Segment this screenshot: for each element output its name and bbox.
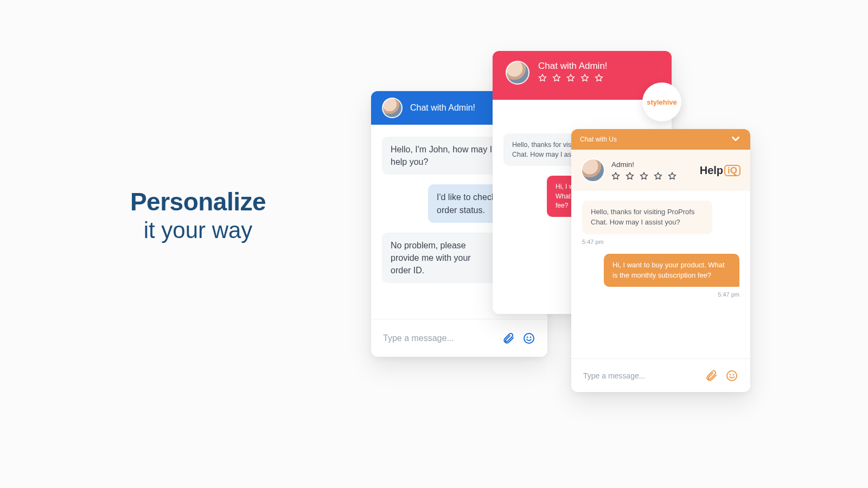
message-input[interactable] <box>583 371 697 380</box>
emoji-icon[interactable] <box>725 369 738 382</box>
chat-mini-header[interactable]: Chat with Us <box>571 129 750 150</box>
star-icon[interactable] <box>566 74 575 82</box>
star-icon[interactable] <box>611 172 620 181</box>
chat-body: Hello, thanks for visiting ProProfs Chat… <box>571 191 750 358</box>
headline-line-2: it your way <box>106 217 290 243</box>
star-icon[interactable] <box>552 74 561 82</box>
svg-point-5 <box>733 374 734 375</box>
chat-footer <box>371 319 547 357</box>
svg-point-4 <box>730 374 731 375</box>
star-icon[interactable] <box>640 172 648 181</box>
emoji-icon[interactable] <box>522 332 535 345</box>
brand-part-b: iQ <box>724 165 741 176</box>
message-input[interactable] <box>383 333 494 343</box>
star-icon[interactable] <box>654 172 662 181</box>
chat-info-bar: Admin! Help iQ <box>571 150 750 191</box>
admin-name: Admin! <box>611 160 676 169</box>
star-icon[interactable] <box>668 172 676 181</box>
star-icon[interactable] <box>626 172 634 181</box>
svg-point-3 <box>727 371 737 381</box>
chevron-down-icon[interactable] <box>730 133 742 146</box>
message-admin: Hello, thanks for visiting ProProfs Chat… <box>582 201 712 234</box>
paperclip-icon[interactable] <box>705 369 718 382</box>
chat-title: Chat with Admin! <box>410 103 475 113</box>
message-admin: No problem, please provide me with your … <box>382 233 501 284</box>
star-rating[interactable] <box>538 74 608 82</box>
chat-footer <box>571 358 750 392</box>
svg-point-0 <box>524 333 534 343</box>
chat-window-orange: Chat with Us Admin! Help iQ Hello, thank… <box>571 129 750 392</box>
timestamp: 5:47 pm <box>582 291 739 298</box>
timestamp: 5:47 pm <box>582 239 739 245</box>
avatar <box>382 98 403 118</box>
brand-name: stylehive <box>647 98 677 106</box>
headline-line-1: Personalize <box>106 187 290 216</box>
brand-badge: stylehive <box>642 82 681 121</box>
message-user: Hi, I want to buy your product. What is … <box>604 254 739 287</box>
star-icon[interactable] <box>538 74 547 82</box>
chat-mini-title: Chat with Us <box>580 136 617 143</box>
message-admin: Hello, I'm John, how may I help you? <box>382 137 501 175</box>
svg-point-1 <box>527 337 528 337</box>
hero-headline: Personalize it your way <box>106 187 290 243</box>
chat-title: Chat with Admin! <box>538 61 608 72</box>
paperclip-icon[interactable] <box>502 332 515 345</box>
star-rating[interactable] <box>611 172 676 181</box>
avatar <box>581 158 605 182</box>
star-icon[interactable] <box>595 74 603 82</box>
star-icon[interactable] <box>580 74 589 82</box>
avatar <box>506 61 529 85</box>
svg-point-2 <box>531 337 531 337</box>
brand-part-a: Help <box>700 164 723 177</box>
brand-logo: Help iQ <box>700 164 741 177</box>
